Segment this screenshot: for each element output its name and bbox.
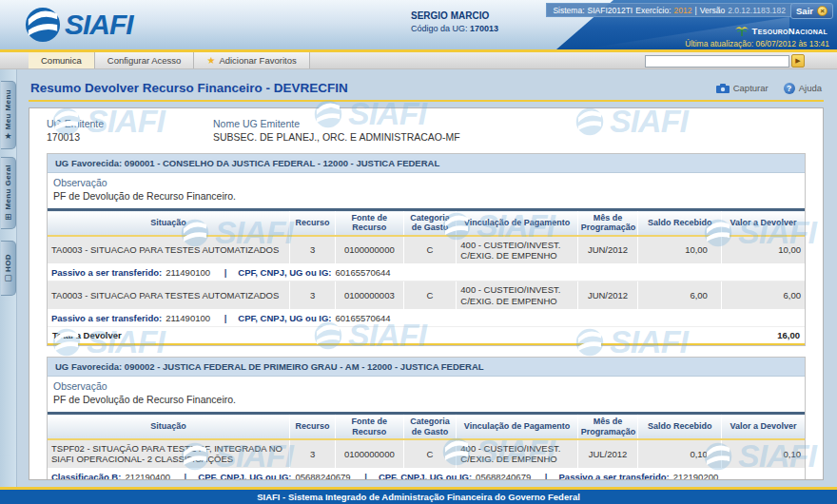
detail-label: Passivo a ser transferido: <box>51 313 162 323</box>
treasury-brand: TesouroNacional <box>734 24 827 37</box>
detail-label: Passivo a ser transferido: <box>51 267 162 278</box>
footer-text: SIAFI - Sistema Integrado de Administraç… <box>257 492 580 502</box>
ug-favorecida-header-1: UG Favorecida: 090001 - CONSELHO DA JUST… <box>48 154 805 173</box>
cell-situacao: TA0003 - SITUACAO PARA TESTES AUTOMATIZA… <box>48 281 290 310</box>
sidebar-meu-menu-label: Meu Menu <box>4 89 12 129</box>
sidebar-item-hod[interactable]: HOD ▢ <box>1 241 16 296</box>
search-area: ▶ <box>645 54 805 68</box>
detail-row: Passivo a ser transferido:211490100 CPF,… <box>48 310 805 327</box>
detail-value: 60165570644 <box>336 267 391 278</box>
ug-code-value: 170013 <box>470 24 498 33</box>
detail-value: 05688240679 <box>476 472 531 480</box>
user-name: SERGIO MARCIO <box>411 10 498 21</box>
col-saldo: Saldo Recebido <box>638 414 722 439</box>
col-situacao: Situação <box>48 414 290 439</box>
top-tab-bar: Comunica Configurar Acesso ★ Adicionar F… <box>0 52 837 69</box>
col-categoria: Categoria de Gasto <box>403 210 457 236</box>
col-vinculacao: Vinculação de Pagamento <box>457 210 577 236</box>
col-fonte: Fonte de Recurso <box>335 414 403 439</box>
sidebar-item-meu-menu[interactable]: Meu Menu ★ <box>1 81 16 149</box>
separator: | <box>694 6 696 15</box>
tab-adicionar-favoritos[interactable]: ★ Adicionar Favoritos <box>194 52 309 68</box>
help-link[interactable]: ? Ajuda <box>784 83 822 94</box>
col-saldo: Saldo Recebido <box>638 210 722 236</box>
cell-recurso: 3 <box>290 439 336 468</box>
title-links: Capturar ? Ajuda <box>716 83 822 94</box>
search-go-button[interactable]: ▶ <box>791 54 805 68</box>
version-value: 2.0.12.1183.182 <box>728 6 786 15</box>
search-input[interactable] <box>645 55 789 68</box>
siafi-application-window: SIAFI SERGIO MARCIO Código da UG: 170013… <box>0 0 837 504</box>
col-fonte: Fonte de Recurso <box>335 210 403 236</box>
cell-saldo: 10,00 <box>638 236 722 264</box>
cell-saldo: 0,10 <box>638 439 722 468</box>
cell-situacao: TSPF02 - SITUAÇÃO PARA TESTE PF, INTEGRA… <box>48 439 290 468</box>
detail-pair: Classificação B:212190400 <box>51 472 170 480</box>
observacao-block-1: Observação PF de Devolução de Recurso Fi… <box>48 173 805 208</box>
content-panel: UG Emitente Nome UG Emitente 170013 SUBS… <box>29 107 824 480</box>
col-mes: Mês de Programação <box>577 414 638 439</box>
detail-label: CPF, CNPJ, UG ou IG: <box>238 313 331 323</box>
tab-comunica[interactable]: Comunica <box>29 52 95 68</box>
table-row: TA0003 - SITUACAO PARA TESTES AUTOMATIZA… <box>48 281 805 310</box>
total-value: 16,00 <box>721 327 805 345</box>
ug-emitente-label: UG Emitente <box>47 118 213 129</box>
detail-value: 05688240679 <box>295 472 350 480</box>
sidebar-hod-label: HOD <box>4 254 12 272</box>
cell-categoria: C <box>403 439 457 468</box>
system-label: Sistema: <box>553 6 584 15</box>
capture-link[interactable]: Capturar <box>716 83 769 93</box>
cell-saldo: 6,00 <box>638 281 722 310</box>
detail-row: Classificação B:212190400 CPF, CNPJ, UG … <box>48 468 805 480</box>
user-ug-code: Código da UG: 170013 <box>411 24 498 33</box>
table-header-row: Situação Recurso Fonte de Recurso Catego… <box>48 414 805 439</box>
siafi-logo-text: SIAFI <box>65 9 133 41</box>
cell-fonte: 0100000000 <box>335 236 403 264</box>
tab-configurar-acesso[interactable]: Configurar Acesso <box>95 52 195 68</box>
detail-value: 211490100 <box>165 313 210 323</box>
cell-mes: JUN/2012 <box>577 281 638 310</box>
body-area: Meu Menu ★ Menu Geral ⊞ HOD ▢ Resumo Dev… <box>0 69 837 487</box>
exercise-label: Exercício: <box>635 6 671 15</box>
go-arrow-icon: ▶ <box>795 57 800 65</box>
nome-ug-emitente-label: Nome UG Emitente <box>213 118 806 129</box>
cell-situacao: TA0003 - SITUACAO PARA TESTES AUTOMATIZA… <box>48 236 290 264</box>
menu-grid-icon: ⊞ <box>5 213 12 222</box>
detail-value: 211490100 <box>165 267 210 278</box>
detail-row: Passivo a ser transferido:211490100 CPF,… <box>48 264 805 281</box>
cell-mes: JUL/2012 <box>577 439 638 468</box>
cell-valor: 10,00 <box>721 236 805 264</box>
total-row: Total a Devolver 16,00 <box>48 327 805 345</box>
col-categoria: Categoria de Gasto <box>403 414 457 439</box>
logout-label: Sair <box>796 6 813 16</box>
detail-pair: CPF, CNPJ, UG ou IG:60165570644 <box>213 267 391 278</box>
treasury-brand-text: TesouroNacional <box>752 26 827 36</box>
table-row: TSPF02 - SITUAÇÃO PARA TESTE PF, INTEGRA… <box>48 439 805 468</box>
favorite-star-icon: ★ <box>206 55 215 66</box>
sidebar-item-menu-geral[interactable]: Menu Geral ⊞ <box>1 157 16 229</box>
left-sidebar: Meu Menu ★ Menu Geral ⊞ HOD ▢ <box>0 69 17 487</box>
system-value: SIAFI2012TI <box>588 6 633 15</box>
cell-fonte: 0100000003 <box>335 281 403 310</box>
last-update-text: Última atualização: 06/07/2012 às 13:41 <box>685 39 829 48</box>
help-icon: ? <box>784 83 795 94</box>
col-vinculacao: Vinculação de Pagamento <box>457 414 577 439</box>
detail-pair: Passivo a ser transferido:212190200 <box>534 472 718 480</box>
user-info: SERGIO MARCIO Código da UG: 170013 <box>411 10 498 33</box>
app-footer: SIAFI - Sistema Integrado de Administraç… <box>0 487 837 504</box>
close-icon: × <box>817 6 827 16</box>
recursos-table-2: Situação Recurso Fonte de Recurso Catego… <box>48 412 805 480</box>
tab-comunica-label: Comunica <box>41 55 82 66</box>
exercise-value: 2012 <box>674 6 692 15</box>
observacao-label: Observação <box>53 380 799 392</box>
logout-button[interactable]: Sair × <box>790 3 833 19</box>
observacao-value: PF de Devolução de Recurso Financeiro. <box>53 190 799 202</box>
monitor-icon: ▢ <box>4 274 12 282</box>
detail-pair: CPF, CNPJ, UG ou IG:60165570644 <box>213 313 391 323</box>
capture-label: Capturar <box>733 83 769 93</box>
cell-recurso: 3 <box>290 281 336 310</box>
ug-code-label: Código da UG: <box>411 24 468 33</box>
recursos-table-1: Situação Recurso Fonte de Recurso Catego… <box>48 208 805 345</box>
detail-label: CPF, CNPJ, UG ou IG: <box>198 472 291 480</box>
app-header: SIAFI SERGIO MARCIO Código da UG: 170013… <box>0 0 837 52</box>
